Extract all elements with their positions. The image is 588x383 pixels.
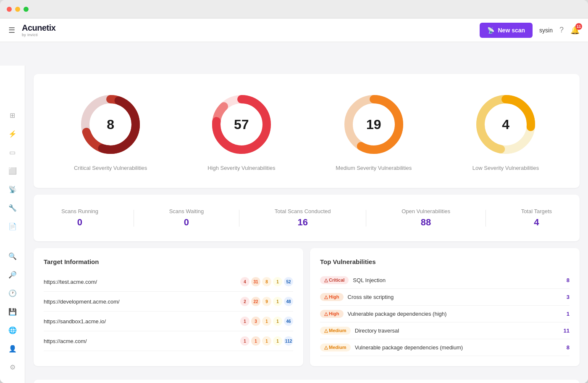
critical-donut: 8 <box>77 91 144 158</box>
badge-low: 1 <box>273 317 282 326</box>
username-label: sysin <box>539 27 553 34</box>
badge-high: 3 <box>251 317 260 326</box>
badge-info: 46 <box>284 317 293 326</box>
vulnerability-charts-card: 8 Critical Severity Vulnerabilities <box>34 74 580 188</box>
target-row[interactable]: https://acme.com/ 1 1 1 1 112 <box>44 331 293 351</box>
logo: Acunetix by Invicti <box>22 23 55 37</box>
target-url: https://sandbox1.acme.io/ <box>44 318 240 325</box>
vuln-name: SQL Injection <box>353 277 562 283</box>
severity-badge-medium: △ Medium <box>320 327 351 335</box>
low-chart: 4 Low Severity Vulnerabilities <box>472 91 539 171</box>
stat-scans-running: Scans Running 0 <box>61 208 98 228</box>
medium-value: 19 <box>366 117 381 132</box>
vuln-name: Vulnerable package dependencies (high) <box>348 311 562 317</box>
sidebar-bottom-search[interactable]: 🔎 <box>5 267 20 282</box>
stat-total-targets: Total Targets 4 <box>521 208 552 228</box>
sidebar-item-targets[interactable]: ▭ <box>5 145 20 160</box>
vuln-name: Cross site scripting <box>348 294 562 300</box>
severity-badge-critical: △ Critical <box>320 276 349 284</box>
vuln-count: 1 <box>567 311 570 317</box>
medium-donut: 19 <box>340 91 407 158</box>
vuln-row[interactable]: △ Critical SQL Injection 8 <box>320 272 570 289</box>
sidebar: ⊞ ⚡ ▭ ⬜ 📡 🔧 📄 🔍 🔎 🕐 💾 🌐 👤 ⚙ <box>0 66 25 383</box>
target-badges: 2 22 9 1 48 <box>240 297 293 306</box>
sidebar-item-scans[interactable]: ⚡ <box>5 126 20 141</box>
high-chart: 57 High Severity Vulnerabilities <box>207 91 275 171</box>
notification-count: 11 <box>575 23 582 30</box>
vuln-count: 3 <box>567 294 570 300</box>
target-badges: 4 31 8 1 52 <box>240 277 293 286</box>
vuln-row[interactable]: △ High Vulnerable package dependencies (… <box>320 306 570 322</box>
critical-chart: 8 Critical Severity Vulnerabilities <box>74 91 147 171</box>
bottom-panels: Target Information https://test.acme.com… <box>34 248 580 373</box>
open-vulns-value: 88 <box>421 217 431 228</box>
top-header: ☰ Acunetix by Invicti 📡 New scan sysin ?… <box>0 18 588 42</box>
target-url: https://acme.com/ <box>44 338 240 344</box>
notifications-button[interactable]: 🔔 11 <box>570 26 580 35</box>
total-scans-value: 16 <box>297 217 307 228</box>
new-scan-label: New scan <box>498 27 525 34</box>
minimize-button[interactable] <box>15 7 20 12</box>
close-button[interactable] <box>7 7 12 12</box>
badge-high: 1 <box>251 336 260 346</box>
stat-divider-2 <box>239 210 239 227</box>
badge-info: 52 <box>284 277 293 286</box>
badge-high: 31 <box>251 277 260 286</box>
badge-medium: 1 <box>262 336 271 346</box>
badge-critical: 2 <box>240 297 249 306</box>
sidebar-bottom-network[interactable]: 🌐 <box>5 322 20 338</box>
vuln-count: 8 <box>567 277 570 283</box>
sidebar-bottom-clock[interactable]: 🕐 <box>5 285 20 301</box>
logo-sub: by Invicti <box>22 33 55 37</box>
stat-scans-waiting: Scans Waiting 0 <box>169 208 204 228</box>
sidebar-item-agents[interactable]: 📡 <box>5 182 20 197</box>
badge-critical: 1 <box>240 317 249 326</box>
target-url: https://test.acme.com/ <box>44 279 240 285</box>
critical-label: Critical Severity Vulnerabilities <box>74 165 147 171</box>
main-content: 8 Critical Severity Vulnerabilities <box>25 66 588 383</box>
scans-running-label: Scans Running <box>61 208 98 214</box>
sidebar-item-integrations[interactable]: 🔧 <box>5 200 20 215</box>
high-label: High Severity Vulnerabilities <box>207 165 275 171</box>
badge-medium: 8 <box>262 277 271 286</box>
scans-waiting-value: 0 <box>184 217 189 228</box>
severity-badge-high: △ High <box>320 310 344 318</box>
vuln-row[interactable]: △ Medium Vulnerable package dependencies… <box>320 339 570 356</box>
scans-waiting-label: Scans Waiting <box>169 208 204 214</box>
logo-text: Acunetix <box>22 23 55 33</box>
sidebar-bottom-database[interactable]: 💾 <box>5 304 20 319</box>
medium-chart: 19 Medium Severity Vulnerabilities <box>336 91 412 171</box>
stat-divider-4 <box>486 210 486 227</box>
target-info-card: Target Information https://test.acme.com… <box>34 248 303 366</box>
vuln-row[interactable]: △ High Cross site scripting 3 <box>320 289 570 306</box>
low-value: 4 <box>502 117 509 132</box>
stat-divider-3 <box>366 210 366 227</box>
help-icon[interactable]: ? <box>559 26 564 34</box>
sidebar-bottom-scan[interactable]: 🔍 <box>5 248 20 264</box>
vuln-row[interactable]: △ Medium Directory traversal 11 <box>320 322 570 339</box>
target-row[interactable]: https://sandbox1.acme.io/ 1 3 1 1 46 <box>44 312 293 331</box>
new-scan-button[interactable]: 📡 New scan <box>480 23 533 38</box>
total-scans-label: Total Scans Conducted <box>275 208 331 214</box>
new-scan-icon: 📡 <box>487 27 494 34</box>
sidebar-bottom-user[interactable]: 👤 <box>5 341 20 356</box>
vuln-name: Vulnerable package dependencies (medium) <box>355 344 562 351</box>
stat-divider-1 <box>134 210 134 227</box>
sidebar-item-reports[interactable]: ⬜ <box>5 163 20 178</box>
sidebar-item-dashboard[interactable]: ⊞ <box>5 108 20 123</box>
high-donut: 57 <box>208 91 275 158</box>
target-info-title: Target Information <box>44 258 293 265</box>
menu-icon[interactable]: ☰ <box>8 26 15 35</box>
badge-info: 112 <box>284 336 293 346</box>
stat-open-vulns: Open Vulnerabilities 88 <box>402 208 450 228</box>
target-url: https://development.acme.com/ <box>44 298 240 305</box>
badge-medium: 9 <box>262 297 271 306</box>
badge-low: 1 <box>273 336 282 346</box>
maximize-button[interactable] <box>24 7 29 12</box>
vuln-charts: 8 Critical Severity Vulnerabilities <box>44 84 570 178</box>
sidebar-bottom-settings[interactable]: ⚙ <box>5 359 20 375</box>
target-row[interactable]: https://development.acme.com/ 2 22 9 1 4… <box>44 292 293 312</box>
sidebar-item-documents[interactable]: 📄 <box>5 219 20 234</box>
target-row[interactable]: https://test.acme.com/ 4 31 8 1 52 <box>44 272 293 292</box>
stat-total-scans: Total Scans Conducted 16 <box>275 208 331 228</box>
